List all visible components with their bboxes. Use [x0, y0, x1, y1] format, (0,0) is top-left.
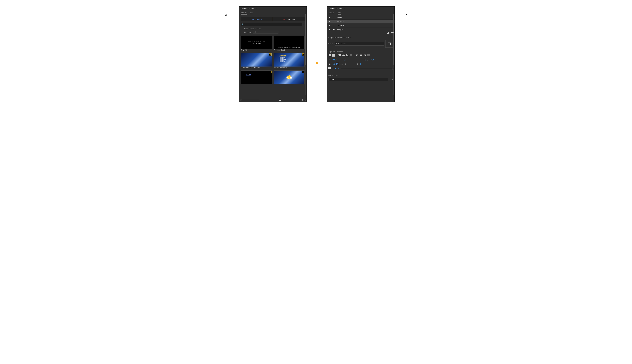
- visibility-eye-icon[interactable]: ◉: [328, 20, 330, 22]
- svg-rect-6: [340, 55, 341, 56]
- svg-rect-12: [348, 55, 348, 56]
- distribute-vertical-icon: [350, 54, 353, 57]
- template-thumb-league-play[interactable]: TA LEAGUE PLAY: [274, 70, 305, 84]
- visibility-eye-icon[interactable]: ◉: [328, 16, 330, 18]
- opacity-value[interactable]: 100.0: [332, 68, 336, 69]
- thumb-bullet-header: MATCH TIMES: [279, 55, 286, 57]
- mogrt-badge-icon: TA: [269, 71, 272, 73]
- position-x[interactable]: 939.0: [332, 59, 337, 61]
- opacity-unit: %: [338, 68, 339, 69]
- master-style-dropdown[interactable]: None: [328, 78, 388, 81]
- thumb-film-title-sub: EPISODE NAME: [248, 43, 265, 44]
- sort-menu[interactable]: ☰ ⌄: [279, 98, 283, 101]
- scrollbar[interactable]: [305, 14, 306, 95]
- checkbox-libraries[interactable]: [241, 31, 243, 33]
- align-bottom-icon[interactable]: [346, 54, 349, 57]
- comma: ,: [367, 59, 368, 61]
- anchor-x[interactable]: 0.0: [364, 59, 366, 61]
- callout-a-label: A: [225, 14, 227, 16]
- essential-graphics-panel-edit: Essential Graphics ≡ Browse Edit ◉ T Ste…: [327, 6, 395, 102]
- libraries-label: Libraries: [244, 31, 251, 33]
- text-layer-icon: T: [332, 16, 335, 19]
- visibility-eye-icon[interactable]: ◉: [328, 24, 330, 26]
- align-right-icon[interactable]: [363, 54, 366, 57]
- svg-rect-26: [368, 54, 369, 56]
- checkbox-local-templates[interactable]: [241, 28, 243, 30]
- thumb-bullet: MATCH ONE: [279, 57, 286, 58]
- template-label: Gaming Background Loop: [241, 67, 272, 68]
- template-thumb-live[interactable]: TA LIVE: [241, 70, 272, 84]
- rotate-value[interactable]: 0: [360, 63, 361, 65]
- svg-rect-8: [343, 55, 343, 56]
- mogrt-badge-icon: TA: [302, 71, 304, 73]
- template-label: Gaming Bullet List: [274, 67, 305, 68]
- position-y[interactable]: 644.5: [342, 59, 346, 61]
- layer-name: Shape 01: [337, 29, 344, 30]
- align-transform-section: Align and Transform ✥ 939.0 , 644.5: [327, 49, 394, 73]
- template-thumb-film-web-caption[interactable]: CAPTIONS AND SUBTITLES FOR ONLINE USE: [274, 36, 305, 49]
- svg-rect-14: [350, 55, 352, 56]
- layer-row[interactable]: ◉ T Jane Doe: [327, 24, 394, 28]
- svg-rect-1: [329, 55, 330, 56]
- align-vcenter-icon[interactable]: [342, 54, 345, 57]
- callout-b-label: B: [406, 14, 407, 16]
- layer-row[interactable]: ◉ ✒ Shape 01: [327, 28, 394, 32]
- folder-icon[interactable]: [387, 32, 389, 34]
- new-item-button[interactable]: [302, 99, 305, 101]
- align-to-frame-icon[interactable]: [332, 54, 335, 57]
- segment-adobe-stock[interactable]: St Adobe Stock: [273, 17, 305, 21]
- scrollbar[interactable]: [393, 14, 394, 95]
- svg-rect-11: [347, 54, 347, 56]
- thumb-bullet: MATCH TWO: [279, 58, 286, 59]
- thumb-bullet: MATCH FOUR: [279, 60, 286, 61]
- text-layer-icon: T: [332, 24, 335, 27]
- search-input[interactable]: 🔍: [241, 22, 302, 26]
- align-top-icon[interactable]: [338, 54, 341, 57]
- favorites-star-icon[interactable]: ★: [303, 23, 305, 26]
- segment-my-templates[interactable]: My Templates: [241, 17, 273, 21]
- scale-lock-icon[interactable]: ⦿: [336, 62, 339, 66]
- section-title: Align and Transform: [328, 51, 393, 53]
- svg-rect-15: [350, 56, 352, 56]
- template-thumb-gaming-bullet-list[interactable]: TA MATCH TIMES MATCH ONE MATCH TWO MATCH…: [274, 53, 305, 67]
- local-templates-label: Local Templates Folder: [244, 28, 261, 30]
- template-thumb-gaming-bg-loop[interactable]: TA: [241, 53, 272, 67]
- visibility-eye-icon[interactable]: ◉: [328, 29, 330, 30]
- scale-width[interactable]: 100: [332, 63, 335, 65]
- pin-edges-widget[interactable]: [385, 40, 393, 48]
- sort-icon: ☰: [279, 98, 281, 101]
- panel-menu-icon[interactable]: ≡: [256, 8, 257, 10]
- push-down-icon[interactable]: ⬇: [389, 79, 390, 80]
- svg-rect-25: [367, 54, 368, 56]
- scale-unit: %: [344, 63, 346, 65]
- section-title: Responsive Design — Position: [328, 36, 393, 38]
- chevron-down-icon: ⌄: [282, 99, 283, 101]
- template-thumb-film-title[interactable]: YOUR TITLE HERE EPISODE NAME: [241, 36, 272, 49]
- align-left-icon[interactable]: [356, 54, 359, 57]
- libraries-dropdown[interactable]: All: [253, 30, 279, 34]
- layer-row[interactable]: ◉ T Credit roll: [327, 20, 394, 24]
- layer-list: ◉ T Step 1 ◉ T Credit roll ◉ T Jane Doe …: [327, 16, 394, 32]
- align-to-selection-icon[interactable]: [328, 54, 331, 57]
- expand-icon[interactable]: [391, 32, 393, 34]
- segment-adobe-stock-label: Adobe Stock: [286, 18, 295, 20]
- svg-rect-17: [356, 55, 358, 55]
- thumbnail-size-slider[interactable]: [241, 100, 259, 100]
- opacity-slider[interactable]: [341, 68, 393, 68]
- panel-menu-icon[interactable]: ≡: [344, 8, 345, 10]
- tab-browse[interactable]: Browse: [329, 12, 335, 15]
- thumb-bullet: MATCH FIVE: [279, 61, 286, 62]
- scale-height: 100: [340, 63, 343, 65]
- layer-name: Credit roll: [337, 20, 344, 22]
- layer-row[interactable]: ◉ T Step 1: [327, 16, 394, 20]
- arrow-right-icon: ▶: [316, 61, 319, 65]
- tab-edit[interactable]: Edit: [338, 12, 341, 15]
- scale-icon: ▣: [328, 63, 331, 65]
- align-hcenter-icon[interactable]: [359, 54, 362, 57]
- thumb-live-text: LIVE: [246, 74, 251, 76]
- anchor-y[interactable]: 0.0: [371, 59, 374, 61]
- pin-to-dropdown[interactable]: Video Frame: [335, 42, 384, 46]
- tab-browse[interactable]: Browse: [241, 12, 247, 15]
- mogrt-badge-icon: TA: [302, 54, 304, 56]
- tab-edit[interactable]: Edit: [250, 12, 253, 15]
